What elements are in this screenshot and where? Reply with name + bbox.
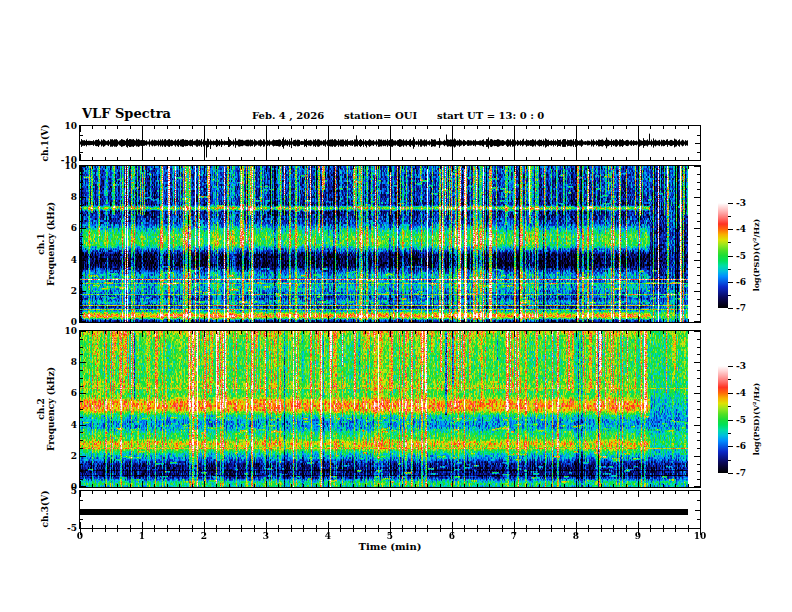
- colorbar-tick-label: -3: [736, 361, 746, 371]
- vlf-spectra-plot: VLF Spectra Feb. 4 , 2026 station= OUI s…: [0, 0, 792, 612]
- ch2-label: ch.2: [36, 398, 46, 419]
- ch3-voltage-ylabel: ch.3(V): [40, 491, 50, 528]
- y-tick-label-ch1spec: 2: [71, 286, 77, 296]
- colorbar-minor-tick: [728, 269, 731, 270]
- colorbar-minor-tick: [728, 379, 731, 380]
- colorbar-ch2: [718, 366, 728, 473]
- ch1-label: ch.1: [36, 233, 46, 254]
- y-tick-label-ch1v: 10: [64, 121, 77, 131]
- y-tick-label-ch1spec: 4: [71, 255, 77, 265]
- colorbar-tick-label: -4: [736, 388, 746, 398]
- x-tick-label: 2: [201, 531, 207, 541]
- page-title: VLF Spectra: [82, 106, 171, 121]
- header-start-ut: start UT = 13: 0 : 0: [437, 110, 544, 121]
- colorbar-minor-tick: [728, 460, 731, 461]
- colorbar-tick: [728, 446, 733, 447]
- ch3-voltage-panel: [79, 490, 701, 529]
- colorbar-tick-label: -4: [736, 224, 746, 234]
- colorbar-tick: [728, 282, 733, 283]
- x-tick-label: 7: [511, 531, 517, 541]
- colorbar-tick: [728, 229, 733, 230]
- y-tick-label-ch2spec: 8: [71, 357, 77, 367]
- colorbar-tick: [728, 420, 733, 421]
- colorbar-minor-tick: [728, 406, 731, 407]
- y-tick-label-ch2spec: 6: [71, 388, 77, 398]
- x-tick-label: 5: [387, 531, 393, 541]
- colorbar-ch1-label: log(PSD)(V²/Hz): [751, 219, 761, 292]
- ch1-spectrogram-panel: [79, 165, 701, 323]
- colorbar-tick-label: -6: [736, 441, 746, 451]
- frequency-khz-label: Frequency (kHz): [46, 202, 56, 286]
- header-station: station= OUI: [344, 110, 417, 121]
- colorbar-tick-label: -7: [736, 303, 746, 313]
- x-tick-label: 8: [573, 531, 579, 541]
- y-tick-label-ch1spec: 6: [71, 223, 77, 233]
- colorbar-tick: [728, 366, 733, 367]
- x-tick-label: 4: [325, 531, 331, 541]
- colorbar-minor-tick: [728, 216, 731, 217]
- ch1-frequency-ylabel: ch.1 Frequency (kHz): [36, 202, 56, 286]
- ch2-spectrogram-panel: [79, 330, 701, 488]
- frequency-khz-label2: Frequency (kHz): [46, 367, 56, 451]
- colorbar-tick: [728, 308, 733, 309]
- colorbar-tick-label: -6: [736, 277, 746, 287]
- y-tick-label-ch2spec: 4: [71, 420, 77, 430]
- y-tick-label-ch3v: 5: [71, 486, 77, 496]
- ch1-voltage-panel: [79, 125, 701, 161]
- colorbar-tick: [728, 203, 733, 204]
- colorbar-minor-tick: [728, 433, 731, 434]
- y-tick-label-ch3v: -5: [67, 523, 77, 533]
- colorbar-ch1: [718, 203, 728, 308]
- colorbar-tick: [728, 256, 733, 257]
- colorbar-tick-label: -7: [736, 468, 746, 478]
- x-tick-label: 6: [449, 531, 455, 541]
- header-date: Feb. 4 , 2026: [252, 110, 324, 121]
- y-tick-label-ch1spec: 10: [64, 161, 77, 171]
- colorbar-tick-label: -5: [736, 251, 746, 261]
- x-tick-label: 9: [635, 531, 641, 541]
- colorbar-tick: [728, 393, 733, 394]
- y-tick-label-ch1spec: 8: [71, 192, 77, 202]
- colorbar-tick-label: -5: [736, 415, 746, 425]
- x-tick-label: 0: [77, 531, 83, 541]
- colorbar-minor-tick: [728, 295, 731, 296]
- x-tick-label: 10: [694, 531, 707, 541]
- ch2-frequency-ylabel: ch.2 Frequency (kHz): [36, 367, 56, 451]
- y-tick-label-ch2spec: 2: [71, 451, 77, 461]
- colorbar-tick-label: -3: [736, 198, 746, 208]
- x-axis-title: Time (min): [359, 541, 422, 552]
- colorbar-tick: [728, 473, 733, 474]
- ch1-voltage-ylabel: ch.1(V): [40, 125, 50, 162]
- y-tick-label-ch2spec: 10: [64, 326, 77, 336]
- x-tick-label: 1: [139, 531, 145, 541]
- colorbar-minor-tick: [728, 242, 731, 243]
- x-tick-label: 3: [263, 531, 269, 541]
- colorbar-ch2-label: log(PSD)(V²/Hz): [751, 383, 761, 456]
